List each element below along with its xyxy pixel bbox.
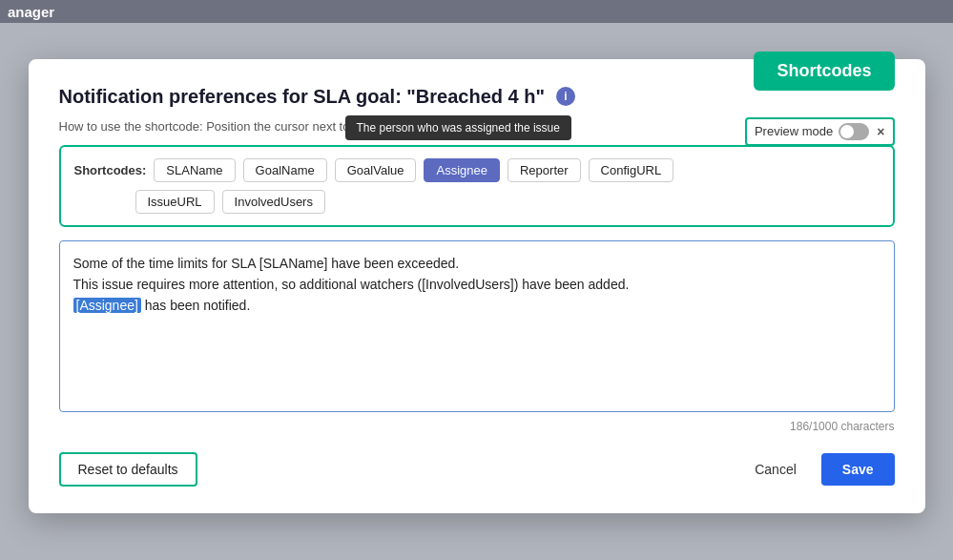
assignee-highlight: [Assignee] — [73, 298, 141, 313]
footer-right: Cancel Save — [741, 453, 894, 486]
preview-mode-close-icon[interactable]: × — [877, 124, 884, 139]
shortcode-chip-goalname[interactable]: GoalName — [243, 158, 327, 182]
shortcode-chip-involvedusers[interactable]: InvolvedUsers — [222, 190, 325, 214]
modal-overlay: anager Shortcodes Notification preferenc… — [0, 0, 953, 560]
shortcodes-row2: IssueURL InvolvedUsers — [74, 190, 880, 214]
shortcode-chip-issueurl[interactable]: IssueURL — [135, 190, 215, 214]
textarea-line1: Some of the time limits for SLA [SLAName… — [73, 253, 880, 274]
shortcodes-row1: Shortcodes: SLAName GoalName GoalValue A… — [74, 158, 880, 182]
shortcodes-badge: Shortcodes — [754, 52, 894, 91]
howto-row: How to use the shortcode: Position the c… — [59, 119, 895, 134]
tooltip-bubble: The person who was assigned the issue — [345, 115, 571, 140]
shortcode-chip-reporter[interactable]: Reporter — [508, 158, 581, 182]
textarea-line3: [Assignee] has been notified. — [73, 295, 880, 316]
preview-mode-label: Preview mode — [755, 124, 833, 138]
shortcodes-section: Shortcodes: SLAName GoalName GoalValue A… — [59, 145, 895, 227]
howto-text: How to use the shortcode: Position the c… — [59, 119, 371, 134]
toggle-knob — [840, 125, 854, 138]
char-count: 186/1000 characters — [59, 420, 895, 433]
shortcode-chip-assignee[interactable]: Assignee — [424, 158, 499, 182]
modal-footer: Reset to defaults Cancel Save — [59, 452, 895, 487]
shortcode-chip-slaname[interactable]: SLAName — [154, 158, 235, 182]
preview-mode-toggle[interactable] — [839, 123, 869, 140]
info-icon[interactable]: i — [556, 87, 575, 106]
modal-title: Notification preferences for SLA goal: "… — [59, 86, 545, 108]
modal-dialog: Shortcodes Notification preferences for … — [29, 59, 925, 513]
shortcode-chip-configurl[interactable]: ConfigURL — [589, 158, 674, 182]
reset-defaults-button[interactable]: Reset to defaults — [59, 452, 197, 487]
textarea-line2: This issue requires more attention, so a… — [73, 274, 880, 295]
cancel-button[interactable]: Cancel — [741, 454, 810, 485]
save-button[interactable]: Save — [821, 453, 895, 486]
shortcode-chip-goalvalue[interactable]: GoalValue — [335, 158, 417, 182]
textarea-line3-post: has been notified. — [141, 298, 250, 313]
notification-textarea[interactable]: Some of the time limits for SLA [SLAName… — [59, 240, 895, 412]
manager-bar-text: anager — [8, 4, 54, 20]
shortcodes-label: Shortcodes: — [74, 163, 147, 177]
preview-mode-box: Preview mode × — [745, 117, 895, 146]
